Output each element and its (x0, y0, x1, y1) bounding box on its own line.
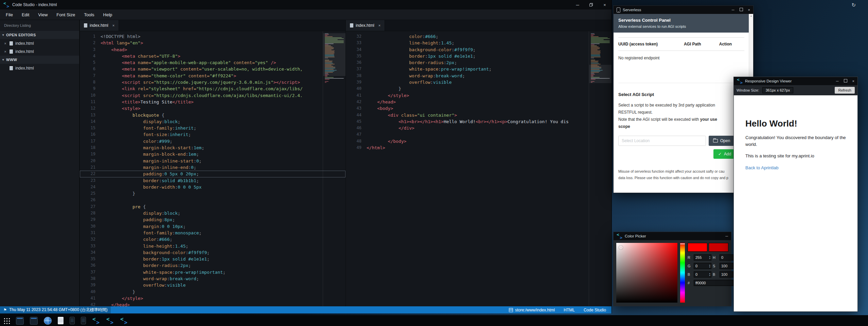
close-tab-icon[interactable]: × (112, 23, 114, 27)
minimap-viewport[interactable] (323, 33, 346, 76)
code-line[interactable]: 36 border-radius:2px; (80, 262, 346, 269)
status-datetime[interactable]: ⚑ Thu May 11 2023 21:54:48 GMT+0800 (台北標… (0, 306, 111, 313)
tab-index-html[interactable]: index.html× (346, 20, 385, 31)
code-line[interactable]: 36 border-radius:2px; (346, 59, 612, 66)
restore-button[interactable] (584, 0, 598, 9)
code-line[interactable]: 15 font-family:inherit; (80, 125, 346, 131)
code-line[interactable]: 28 display:block; (80, 210, 346, 216)
code-line[interactable]: 8 <script src="https://code.jquery.com/j… (80, 79, 346, 85)
code-line[interactable]: 43 <body> (346, 105, 612, 112)
menu-item-help[interactable]: Help (99, 9, 117, 20)
code-line[interactable]: 17 color:#999; (80, 138, 346, 145)
refresh-icon[interactable]: ↻ (851, 2, 856, 7)
close-file-icon[interactable]: × (3, 41, 7, 45)
sidebar-item-index-html[interactable]: index.html (0, 64, 79, 72)
add-button[interactable]: ✓ Add (713, 149, 736, 159)
menu-item-font-size[interactable]: Font Size (52, 9, 79, 20)
phone-icon[interactable] (81, 317, 86, 324)
minimap-viewport[interactable] (589, 65, 612, 83)
code-line[interactable]: 20 margin-inline-start:0; (80, 158, 346, 164)
code-line[interactable]: 39 overflow:visible (346, 79, 612, 85)
minimize-button[interactable]: ─ (571, 0, 584, 9)
status-app-name[interactable]: Code Studio (584, 308, 606, 312)
code-line[interactable]: 35 border:1px solid #e1e1e1; (80, 256, 346, 262)
menu-item-file[interactable]: File (1, 9, 17, 20)
code-line[interactable]: 9 <link rel="stylesheet" href="https://c… (80, 85, 346, 92)
code-line[interactable]: 37 white-space:pre-wrap!important; (346, 66, 612, 72)
code-line[interactable]: 45 <h1><br></h1><h1>Hello World!<br></h1… (346, 118, 612, 125)
section-header-open-editors[interactable]: ▾OPEN EDITORS (0, 31, 79, 39)
code-line[interactable]: 13 blockquote { (80, 112, 346, 118)
code-line[interactable]: 46 </div> (346, 125, 612, 131)
code-line[interactable]: 3 <head> (80, 46, 346, 53)
back-to-aprintlab-link[interactable]: Back to Aprintlab (745, 165, 779, 170)
viewer-close-button[interactable]: × (852, 79, 854, 83)
code-line[interactable]: 16 font-size:inherit; (80, 131, 346, 138)
code-line[interactable]: 41 </style> (80, 295, 346, 302)
code-line[interactable]: 38 word-wrap:break-word; (80, 275, 346, 282)
serverless-close-button[interactable]: × (748, 8, 750, 12)
close-button[interactable]: × (598, 0, 612, 9)
close-file-icon[interactable]: × (3, 50, 7, 54)
code-line[interactable]: 31 font-family:monospace; (80, 230, 346, 236)
code-line[interactable]: 27 pre { (80, 204, 346, 210)
sidebar-item-index-html[interactable]: ×index.html (0, 39, 79, 47)
app-grid-icon[interactable] (3, 318, 10, 324)
menu-item-tools[interactable]: Tools (79, 9, 99, 20)
browser-icon[interactable] (44, 317, 52, 325)
section-header-www[interactable]: ▾WWW (0, 56, 79, 64)
window-size-value[interactable]: 361px x 627px (762, 87, 794, 93)
sidebar-item-index-html[interactable]: ×index.html (0, 47, 79, 56)
code-line[interactable]: 11 <title>Testing Site</title> (80, 99, 346, 105)
code-line[interactable]: 39 overflow:visible (80, 282, 346, 288)
code-line[interactable]: 49</html> (346, 145, 612, 151)
code-line[interactable]: 37 white-space:pre-wrap!important; (80, 269, 346, 275)
hue-thumb[interactable] (680, 244, 685, 244)
code-line[interactable]: 38 word-wrap:break-word; (346, 73, 612, 79)
terminal-icon[interactable] (16, 317, 24, 325)
code-line[interactable]: 32 color:#666; (80, 236, 346, 243)
code-line[interactable]: 25 } (80, 190, 346, 197)
code-studio-icon[interactable] (120, 317, 128, 325)
code-line[interactable]: 1<!DOCTYPE html> (80, 33, 346, 40)
code-line[interactable]: 42 </head> (80, 302, 346, 306)
code-line[interactable]: 47 (346, 131, 612, 138)
code-line[interactable]: 21 margin-inline-end:0; (80, 164, 346, 171)
code-line[interactable]: 12 <style> (80, 105, 346, 112)
code-line[interactable]: 34 background-color:#f9f9f9; (346, 46, 612, 53)
phone-icon[interactable] (70, 317, 75, 324)
code-studio-icon[interactable] (106, 317, 114, 325)
code-line[interactable]: 14 display:block; (80, 118, 346, 125)
serverless-minimize-button[interactable]: ─ (732, 8, 734, 12)
color-cursor[interactable] (619, 246, 623, 249)
minimap[interactable] (323, 31, 346, 306)
code-line[interactable]: 34 background-color:#f9f9f9; (80, 249, 346, 256)
code-line[interactable]: 23 border:solid #b1b1b1; (80, 177, 346, 184)
code-line[interactable]: 26 (80, 197, 346, 203)
code-line[interactable]: 19 margin-block-end:1em; (80, 151, 346, 157)
code-line[interactable]: 7 <meta name="theme-color" content="#ff9… (80, 73, 346, 79)
code-line[interactable]: 33 line-height:1.45; (80, 243, 346, 249)
serverless-maximize-button[interactable] (740, 8, 743, 12)
viewer-minimize-button[interactable]: ─ (836, 79, 839, 83)
refresh-button[interactable]: Refresh (835, 87, 855, 94)
hex-input[interactable] (694, 280, 737, 286)
code-line[interactable]: 2<html lang="en"> (80, 40, 346, 46)
code-line[interactable]: 24 border-width:0 0 0 5px (80, 184, 346, 190)
code-line[interactable]: 10 <script src="https://cdnjs.cloudflare… (80, 92, 346, 99)
color-picker-minimize-button[interactable]: ─ (725, 234, 728, 238)
code-line[interactable]: 18 margin-block-start:1em; (80, 145, 346, 151)
code-line[interactable]: 32 color:#666; (346, 33, 612, 40)
code-line[interactable]: 30 margin:0 0 10px; (80, 223, 346, 230)
minimap[interactable] (589, 31, 612, 306)
code-studio-icon[interactable] (92, 317, 100, 325)
code-line[interactable]: 41 </style> (346, 92, 612, 99)
menu-item-view[interactable]: View (34, 9, 52, 20)
tab-index-html[interactable]: index.html× (80, 20, 119, 31)
status-language[interactable]: HTML (564, 308, 575, 312)
status-file-path[interactable]: store:/www/index.html (509, 308, 555, 312)
viewer-maximize-button[interactable] (844, 79, 847, 83)
open-button[interactable]: Open (709, 136, 734, 146)
code-line[interactable]: 29 padding:8px; (80, 216, 346, 223)
hue-slider[interactable] (680, 243, 685, 303)
